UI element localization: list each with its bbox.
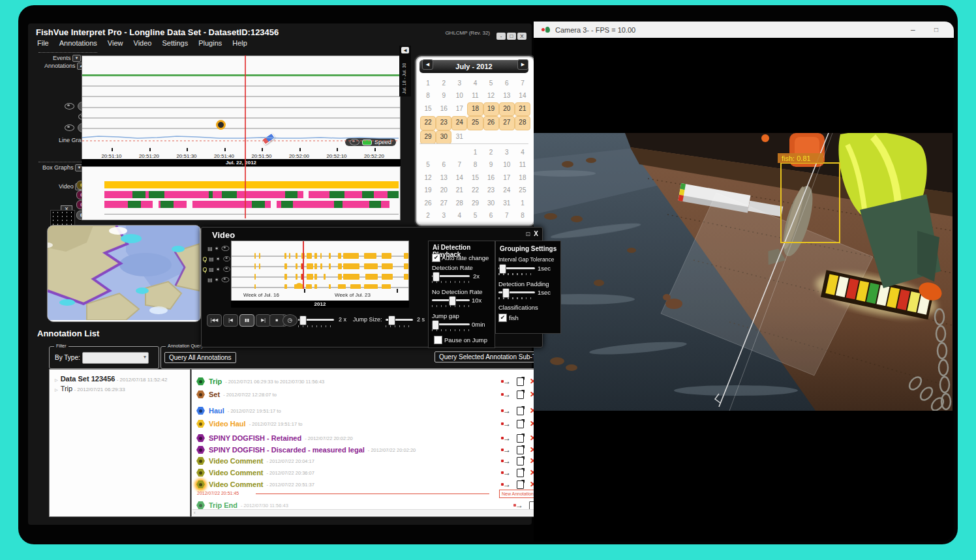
expander-icon[interactable]: ▷ — [55, 378, 58, 382]
copy-annotation-icon[interactable] — [517, 469, 524, 477]
calendar-day-10[interactable]: 10 — [451, 89, 467, 102]
window-button-1[interactable]: □ — [507, 33, 516, 40]
jump-gap-thumb[interactable] — [432, 320, 439, 330]
calendar-day-22[interactable]: 22 — [420, 116, 436, 130]
star-icon[interactable]: ✶ — [216, 256, 221, 262]
goto-annotation-icon[interactable]: → — [515, 502, 523, 508]
pause-icon[interactable]: ▮▮ — [239, 314, 254, 327]
goto-annotation-icon[interactable]: → — [503, 378, 511, 385]
calendar-day-29[interactable]: 29 — [467, 197, 483, 209]
calendar-day-7[interactable]: 7 — [451, 158, 467, 171]
camera-viewport[interactable]: fish: 0.81 — [534, 38, 954, 542]
speed-slider[interactable] — [298, 319, 334, 321]
calendar-day-15[interactable]: 15 — [420, 102, 436, 115]
printer-icon[interactable]: ▤ — [209, 256, 214, 262]
annotation-tree-panel[interactable]: ▷Data Set 123456 - 2012/07/18 11:52:42▷T… — [49, 369, 191, 517]
calendar-day-17[interactable]: 17 — [499, 171, 515, 184]
annotation-row[interactable]: SPINY DOGFISH - Retained- 2012/07/22 20:… — [196, 433, 536, 443]
calendar-day-15[interactable]: 15 — [467, 171, 483, 184]
calendar-day-7[interactable]: 7 — [515, 77, 530, 89]
detection-timeline-chart[interactable] — [231, 241, 409, 290]
copy-annotation-icon[interactable] — [517, 391, 524, 399]
menu-settings[interactable]: Settings — [162, 39, 188, 47]
goto-annotation-icon[interactable]: → — [503, 469, 511, 476]
eye-icon[interactable] — [65, 125, 74, 131]
menu-annotations[interactable]: Annotations — [59, 39, 97, 47]
calendar-day-24[interactable]: 24 — [499, 184, 515, 196]
events-header[interactable]: Events ▼ — [53, 55, 81, 62]
calendar-day-20[interactable]: 20 — [436, 184, 451, 196]
window-button-2[interactable]: X — [517, 33, 526, 40]
interval-gap-slider[interactable] — [498, 267, 535, 269]
calendar-day-26[interactable]: 26 — [420, 197, 436, 209]
annotation-row[interactable]: Set- 2012/07/22 12:28:07 to→✕ — [196, 389, 536, 400]
video-haul-marker-icon[interactable] — [216, 120, 226, 130]
menu-plugins[interactable]: Plugins — [198, 39, 222, 47]
menu-help[interactable]: Help — [232, 39, 247, 47]
calendar-day-21[interactable]: 21 — [451, 184, 467, 196]
pin-icon[interactable] — [203, 267, 207, 272]
calendar-day-16[interactable]: 16 — [436, 102, 451, 115]
box-graph-chart[interactable] — [82, 166, 401, 220]
c3-activity-bar[interactable] — [104, 201, 399, 208]
calendar-day-4[interactable]: 4 — [467, 77, 483, 89]
calendar-day-20[interactable]: 20 — [499, 102, 515, 116]
calendar-day-23[interactable]: 23 — [436, 116, 451, 130]
step-forward-icon[interactable]: ▶| — [256, 314, 271, 327]
calendar-day-8[interactable]: 8 — [515, 209, 530, 222]
annotation-row[interactable]: Trip- 2012/07/21 06:29:33 to 2012/07/30 … — [196, 376, 536, 387]
calendar-day-13[interactable]: 13 — [436, 171, 451, 184]
eye-icon[interactable] — [222, 277, 230, 282]
calendar-day-2[interactable]: 2 — [420, 209, 436, 222]
maximize-icon[interactable]: □ — [934, 26, 938, 33]
calendar-day-28[interactable]: 28 — [515, 116, 530, 130]
calendar-day-6[interactable]: 6 — [499, 77, 515, 89]
copy-annotation-icon[interactable] — [517, 434, 524, 443]
menu-video[interactable]: Video — [134, 39, 152, 47]
fish-checkbox[interactable]: ✔ — [498, 314, 507, 322]
detection-padding-thumb[interactable] — [502, 288, 510, 298]
calendar-day-21[interactable]: 21 — [515, 102, 530, 116]
jump-size-slider[interactable] — [386, 319, 413, 321]
calendar-day-10[interactable]: 10 — [499, 158, 515, 171]
calendar-day-25[interactable]: 25 — [515, 184, 530, 196]
copy-annotation-icon[interactable] — [517, 446, 524, 454]
window-button-0[interactable]: - — [496, 33, 506, 40]
calendar-day-9[interactable]: 9 — [436, 89, 451, 102]
calendar-day-2[interactable]: 2 — [483, 146, 499, 158]
goto-annotation-icon[interactable]: → — [503, 481, 511, 488]
calendar-day-3[interactable]: 3 — [499, 146, 515, 158]
calendar-day-8[interactable]: 8 — [467, 158, 483, 171]
calendar-day-26[interactable]: 26 — [483, 116, 499, 130]
jump-gap-slider[interactable] — [432, 323, 470, 325]
annotation-row[interactable]: Video Comment- 2012/07/22 20:04:17→✕ — [196, 456, 536, 466]
annotation-list-panel[interactable]: Trip- 2012/07/21 06:29:33 to 2012/07/30 … — [191, 369, 541, 517]
annotation-row[interactable]: SPINY DOGFISH - Discarded - measured leg… — [196, 445, 536, 455]
new-annotation-badge[interactable]: New Annotation — [499, 490, 536, 498]
map-panel[interactable] — [47, 225, 202, 322]
no-detection-rate-slider[interactable] — [432, 299, 470, 301]
query-all-annotations-button[interactable]: Query All Annotations — [164, 352, 236, 363]
step-back-icon[interactable]: |◀ — [223, 314, 238, 327]
copy-annotation-icon[interactable] — [517, 407, 524, 415]
calendar-day-1[interactable]: 1 — [420, 77, 436, 89]
speed-slider-thumb[interactable] — [299, 316, 307, 325]
goto-annotation-icon[interactable]: → — [503, 447, 511, 453]
calendar-day-30[interactable]: 30 — [436, 130, 451, 144]
interval-gap-thumb[interactable] — [499, 264, 506, 274]
expander-icon[interactable]: ▷ — [55, 388, 58, 392]
calendar-day-25[interactable]: 25 — [467, 116, 483, 130]
timeline-chart[interactable]: Speed — [82, 55, 401, 153]
calendar-day-23[interactable]: 23 — [483, 184, 499, 196]
calendar-day-14[interactable]: 14 — [451, 171, 467, 184]
new-annotation-row[interactable]: 2012/07/22 20:51:45 New Annotation — [196, 490, 536, 498]
goto-annotation-icon[interactable]: → — [503, 407, 511, 414]
goto-annotation-icon[interactable]: → — [503, 458, 511, 464]
query-selected-subtree-button[interactable]: Query Selected Annotation Sub-Tree — [435, 351, 550, 362]
playhead-cursor[interactable] — [245, 55, 246, 218]
copy-annotation-icon[interactable] — [517, 420, 524, 428]
calendar-day-12[interactable]: 12 — [483, 89, 499, 102]
calendar-day-31[interactable]: 31 — [499, 197, 515, 209]
calendar-day-8[interactable]: 8 — [420, 89, 436, 102]
tree-item-data-set-123456[interactable]: ▷Data Set 123456 - 2012/07/18 11:52:42 — [55, 375, 190, 383]
